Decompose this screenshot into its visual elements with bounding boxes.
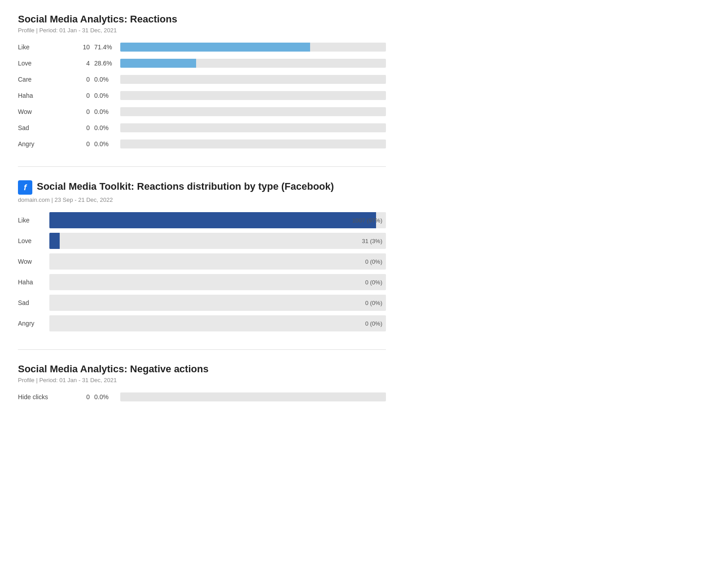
bar-track xyxy=(120,43,386,52)
bar-track xyxy=(120,75,386,84)
bar-label-full: Angry xyxy=(18,320,49,327)
section-facebook-reactions: f Social Media Toolkit: Reactions distri… xyxy=(18,180,386,331)
bar-track-full: 0 (0%) xyxy=(49,295,386,311)
bar-count: 0 xyxy=(76,393,90,401)
bar-label-full: Sad xyxy=(18,299,49,306)
section-reactions-analytics: Social Media Analytics: Reactions Profil… xyxy=(18,13,386,148)
bar-track xyxy=(120,123,386,132)
bar-percent: 71.4% xyxy=(94,44,117,51)
divider-1 xyxy=(18,166,386,167)
bar-row-full: Like 1007 (97%) xyxy=(18,212,386,228)
bar-track xyxy=(120,91,386,100)
bar-track xyxy=(120,59,386,68)
bar-percent: 0.0% xyxy=(94,92,117,99)
bar-track-full: 0 (0%) xyxy=(49,315,386,331)
divider-2 xyxy=(18,349,386,350)
bar-track xyxy=(120,139,386,148)
bar-label-full: Wow xyxy=(18,258,49,265)
bar-row-simple: Care 0 0.0% xyxy=(18,75,386,84)
bar-row-simple: Love 4 28.6% xyxy=(18,59,386,68)
bar-label: Love xyxy=(18,60,76,67)
bar-value-label: 0 (0%) xyxy=(365,258,382,265)
bar-label: Wow xyxy=(18,108,76,115)
bar-track-full: 31 (3%) xyxy=(49,233,386,249)
bar-percent: 0.0% xyxy=(94,124,117,131)
section1-subtitle: Profile | Period: 01 Jan - 31 Dec, 2021 xyxy=(18,27,386,34)
bar-row-simple: Sad 0 0.0% xyxy=(18,123,386,132)
bar-percent: 0.0% xyxy=(94,393,117,401)
bar-track xyxy=(120,392,386,401)
bar-row-simple: Angry 0 0.0% xyxy=(18,139,386,148)
bar-label-full: Love xyxy=(18,237,49,244)
bar-value-label: 0 (0%) xyxy=(365,300,382,306)
bar-track-full: 1007 (97%) xyxy=(49,212,386,228)
facebook-icon-letter: f xyxy=(24,183,26,192)
bar-fill xyxy=(120,59,196,68)
bar-value-label: 0 (0%) xyxy=(365,320,382,327)
bar-count: 0 xyxy=(76,108,90,115)
bar-label-full: Haha xyxy=(18,279,49,286)
bar-track xyxy=(120,107,386,116)
section3-bars: Hide clicks 0 0.0% xyxy=(18,392,386,401)
bar-count: 0 xyxy=(76,140,90,148)
bar-label: Haha xyxy=(18,92,76,99)
bar-value-label: 1007 (97%) xyxy=(352,217,382,224)
section2-bars: Like 1007 (97%) Love 31 (3%) Wow 0 (0%) … xyxy=(18,212,386,331)
bar-count: 0 xyxy=(76,76,90,83)
bar-fill-dark xyxy=(49,233,60,249)
bar-value-label: 31 (3%) xyxy=(362,238,382,244)
section3-subtitle: Profile | Period: 01 Jan - 31 Dec, 2021 xyxy=(18,377,386,383)
bar-label: Angry xyxy=(18,140,76,148)
bar-label: Care xyxy=(18,76,76,83)
bar-fill xyxy=(120,43,310,52)
bar-count: 10 xyxy=(76,44,90,51)
bar-row-full: Sad 0 (0%) xyxy=(18,295,386,311)
bar-percent: 0.0% xyxy=(94,108,117,115)
facebook-icon: f xyxy=(18,180,32,195)
section3-title: Social Media Analytics: Negative actions xyxy=(18,363,386,375)
bar-count: 0 xyxy=(76,92,90,99)
bar-count: 0 xyxy=(76,124,90,131)
bar-track-full: 0 (0%) xyxy=(49,253,386,270)
bar-fill-dark xyxy=(49,212,376,228)
bar-row-full: Love 31 (3%) xyxy=(18,233,386,249)
bar-row-simple: Hide clicks 0 0.0% xyxy=(18,392,386,401)
section2-subtitle: domain.com | 23 Sep - 21 Dec, 2022 xyxy=(18,196,386,203)
bar-label: Sad xyxy=(18,124,76,131)
bar-value-label: 0 (0%) xyxy=(365,279,382,286)
bar-row-full: Angry 0 (0%) xyxy=(18,315,386,331)
section2-title: Social Media Toolkit: Reactions distribu… xyxy=(37,181,334,192)
bar-row-simple: Haha 0 0.0% xyxy=(18,91,386,100)
bar-row-simple: Like 10 71.4% xyxy=(18,43,386,52)
bar-count: 4 xyxy=(76,60,90,67)
bar-percent: 28.6% xyxy=(94,60,117,67)
bar-track-full: 0 (0%) xyxy=(49,274,386,290)
bar-percent: 0.0% xyxy=(94,140,117,148)
bar-percent: 0.0% xyxy=(94,76,117,83)
bar-label: Hide clicks xyxy=(18,393,76,401)
section1-title: Social Media Analytics: Reactions xyxy=(18,13,386,25)
section-negative-actions: Social Media Analytics: Negative actions… xyxy=(18,363,386,401)
bar-label-full: Like xyxy=(18,217,49,224)
bar-row-full: Wow 0 (0%) xyxy=(18,253,386,270)
bar-row-full: Haha 0 (0%) xyxy=(18,274,386,290)
bar-label: Like xyxy=(18,44,76,51)
section1-bars: Like 10 71.4% Love 4 28.6% Care 0 0.0% H… xyxy=(18,43,386,148)
bar-row-simple: Wow 0 0.0% xyxy=(18,107,386,116)
section2-header: f Social Media Toolkit: Reactions distri… xyxy=(18,180,386,195)
